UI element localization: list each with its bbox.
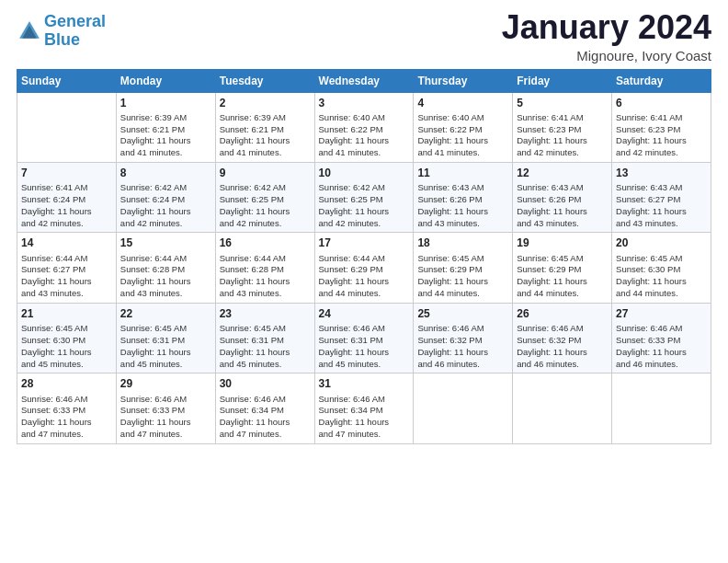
day-number: 16 xyxy=(220,236,311,250)
day-info: Sunrise: 6:41 AM Sunset: 6:24 PM Dayligh… xyxy=(21,182,112,229)
day-info: Sunrise: 6:43 AM Sunset: 6:26 PM Dayligh… xyxy=(517,182,608,229)
calendar-cell: 26Sunrise: 6:46 AM Sunset: 6:32 PM Dayli… xyxy=(513,303,612,373)
day-number: 26 xyxy=(517,306,608,321)
calendar-cell: 28Sunrise: 6:46 AM Sunset: 6:33 PM Dayli… xyxy=(17,373,117,443)
day-number: 13 xyxy=(616,166,707,180)
week-row-3: 14Sunrise: 6:44 AM Sunset: 6:27 PM Dayli… xyxy=(17,233,711,303)
day-number: 28 xyxy=(21,376,112,391)
logo-icon xyxy=(17,18,42,44)
calendar-cell: 17Sunrise: 6:44 AM Sunset: 6:29 PM Dayli… xyxy=(314,233,414,303)
day-number: 19 xyxy=(517,236,608,250)
day-info: Sunrise: 6:45 AM Sunset: 6:29 PM Dayligh… xyxy=(517,253,608,300)
calendar-cell: 13Sunrise: 6:43 AM Sunset: 6:27 PM Dayli… xyxy=(612,163,711,233)
day-info: Sunrise: 6:44 AM Sunset: 6:27 PM Dayligh… xyxy=(21,253,112,300)
calendar-cell: 8Sunrise: 6:42 AM Sunset: 6:24 PM Daylig… xyxy=(116,163,215,233)
day-info: Sunrise: 6:40 AM Sunset: 6:22 PM Dayligh… xyxy=(319,112,410,159)
day-number: 12 xyxy=(517,166,608,180)
day-info: Sunrise: 6:46 AM Sunset: 6:34 PM Dayligh… xyxy=(220,394,311,441)
header: General Blue January 2024 Mignoure, Ivor… xyxy=(17,9,711,63)
page: General Blue January 2024 Mignoure, Ivor… xyxy=(0,0,728,563)
day-number: 1 xyxy=(120,96,211,110)
calendar-cell xyxy=(513,373,612,443)
logo-line1: General xyxy=(44,13,106,31)
calendar-cell xyxy=(612,373,711,443)
calendar-cell: 23Sunrise: 6:45 AM Sunset: 6:31 PM Dayli… xyxy=(215,303,314,373)
calendar-cell xyxy=(414,373,513,443)
col-header-thursday: Thursday xyxy=(414,69,513,92)
calendar-cell: 3Sunrise: 6:40 AM Sunset: 6:22 PM Daylig… xyxy=(314,92,414,162)
calendar-cell: 1Sunrise: 6:39 AM Sunset: 6:21 PM Daylig… xyxy=(116,92,215,162)
calendar-cell: 27Sunrise: 6:46 AM Sunset: 6:33 PM Dayli… xyxy=(612,303,711,373)
calendar-cell: 10Sunrise: 6:42 AM Sunset: 6:25 PM Dayli… xyxy=(314,163,414,233)
day-number: 24 xyxy=(319,306,410,321)
day-info: Sunrise: 6:40 AM Sunset: 6:22 PM Dayligh… xyxy=(417,112,508,159)
week-row-1: 1Sunrise: 6:39 AM Sunset: 6:21 PM Daylig… xyxy=(17,92,711,162)
day-number: 20 xyxy=(616,236,707,250)
day-info: Sunrise: 6:45 AM Sunset: 6:31 PM Dayligh… xyxy=(120,323,211,370)
calendar-cell: 25Sunrise: 6:46 AM Sunset: 6:32 PM Dayli… xyxy=(414,303,513,373)
week-row-2: 7Sunrise: 6:41 AM Sunset: 6:24 PM Daylig… xyxy=(17,163,711,233)
calendar-cell: 31Sunrise: 6:46 AM Sunset: 6:34 PM Dayli… xyxy=(314,373,414,443)
calendar-cell: 14Sunrise: 6:44 AM Sunset: 6:27 PM Dayli… xyxy=(17,233,117,303)
day-number: 5 xyxy=(517,96,608,110)
logo: General Blue xyxy=(17,13,106,50)
calendar-cell xyxy=(17,92,117,162)
day-number: 9 xyxy=(220,166,311,180)
day-info: Sunrise: 6:45 AM Sunset: 6:31 PM Dayligh… xyxy=(220,323,311,370)
day-info: Sunrise: 6:43 AM Sunset: 6:26 PM Dayligh… xyxy=(417,182,508,229)
calendar-cell: 4Sunrise: 6:40 AM Sunset: 6:22 PM Daylig… xyxy=(414,92,513,162)
day-info: Sunrise: 6:43 AM Sunset: 6:27 PM Dayligh… xyxy=(616,182,707,229)
calendar-cell: 24Sunrise: 6:46 AM Sunset: 6:31 PM Dayli… xyxy=(314,303,414,373)
day-number: 10 xyxy=(319,166,410,180)
week-row-4: 21Sunrise: 6:45 AM Sunset: 6:30 PM Dayli… xyxy=(17,303,711,373)
day-number: 15 xyxy=(120,236,211,250)
day-number: 30 xyxy=(220,376,311,391)
day-info: Sunrise: 6:46 AM Sunset: 6:31 PM Dayligh… xyxy=(319,323,410,370)
calendar-cell: 22Sunrise: 6:45 AM Sunset: 6:31 PM Dayli… xyxy=(116,303,215,373)
calendar-cell: 5Sunrise: 6:41 AM Sunset: 6:23 PM Daylig… xyxy=(513,92,612,162)
calendar-cell: 21Sunrise: 6:45 AM Sunset: 6:30 PM Dayli… xyxy=(17,303,117,373)
day-info: Sunrise: 6:45 AM Sunset: 6:29 PM Dayligh… xyxy=(417,253,508,300)
header-row: SundayMondayTuesdayWednesdayThursdayFrid… xyxy=(17,69,711,92)
month-title: January 2024 xyxy=(502,9,711,46)
day-info: Sunrise: 6:45 AM Sunset: 6:30 PM Dayligh… xyxy=(21,323,112,370)
col-header-saturday: Saturday xyxy=(612,69,711,92)
calendar-cell: 9Sunrise: 6:42 AM Sunset: 6:25 PM Daylig… xyxy=(215,163,314,233)
day-info: Sunrise: 6:45 AM Sunset: 6:30 PM Dayligh… xyxy=(616,253,707,300)
day-info: Sunrise: 6:46 AM Sunset: 6:32 PM Dayligh… xyxy=(417,323,508,370)
day-info: Sunrise: 6:46 AM Sunset: 6:33 PM Dayligh… xyxy=(616,323,707,370)
calendar-cell: 6Sunrise: 6:41 AM Sunset: 6:23 PM Daylig… xyxy=(612,92,711,162)
col-header-sunday: Sunday xyxy=(17,69,117,92)
day-number: 22 xyxy=(120,306,211,321)
day-number: 7 xyxy=(21,166,112,180)
day-number: 11 xyxy=(417,166,508,180)
calendar-cell: 19Sunrise: 6:45 AM Sunset: 6:29 PM Dayli… xyxy=(513,233,612,303)
calendar-cell: 11Sunrise: 6:43 AM Sunset: 6:26 PM Dayli… xyxy=(414,163,513,233)
calendar-cell: 16Sunrise: 6:44 AM Sunset: 6:28 PM Dayli… xyxy=(215,233,314,303)
col-header-wednesday: Wednesday xyxy=(314,69,414,92)
day-info: Sunrise: 6:41 AM Sunset: 6:23 PM Dayligh… xyxy=(616,112,707,159)
day-info: Sunrise: 6:42 AM Sunset: 6:24 PM Dayligh… xyxy=(120,182,211,229)
day-info: Sunrise: 6:39 AM Sunset: 6:21 PM Dayligh… xyxy=(220,112,311,159)
day-number: 14 xyxy=(21,236,112,250)
day-info: Sunrise: 6:46 AM Sunset: 6:33 PM Dayligh… xyxy=(21,394,112,441)
col-header-friday: Friday xyxy=(513,69,612,92)
day-number: 31 xyxy=(319,376,410,391)
week-row-5: 28Sunrise: 6:46 AM Sunset: 6:33 PM Dayli… xyxy=(17,373,711,443)
calendar-cell: 30Sunrise: 6:46 AM Sunset: 6:34 PM Dayli… xyxy=(215,373,314,443)
col-header-monday: Monday xyxy=(116,69,215,92)
day-info: Sunrise: 6:46 AM Sunset: 6:34 PM Dayligh… xyxy=(319,394,410,441)
col-header-tuesday: Tuesday xyxy=(215,69,314,92)
logo-line2: Blue xyxy=(44,31,106,50)
day-info: Sunrise: 6:46 AM Sunset: 6:33 PM Dayligh… xyxy=(120,394,211,441)
subtitle: Mignoure, Ivory Coast xyxy=(502,48,711,63)
title-block: January 2024 Mignoure, Ivory Coast xyxy=(502,9,711,63)
day-number: 2 xyxy=(220,96,311,110)
day-info: Sunrise: 6:42 AM Sunset: 6:25 PM Dayligh… xyxy=(319,182,410,229)
day-number: 8 xyxy=(120,166,211,180)
calendar-cell: 7Sunrise: 6:41 AM Sunset: 6:24 PM Daylig… xyxy=(17,163,117,233)
day-info: Sunrise: 6:44 AM Sunset: 6:28 PM Dayligh… xyxy=(220,253,311,300)
day-number: 29 xyxy=(120,376,211,391)
calendar-cell: 2Sunrise: 6:39 AM Sunset: 6:21 PM Daylig… xyxy=(215,92,314,162)
calendar-cell: 15Sunrise: 6:44 AM Sunset: 6:28 PM Dayli… xyxy=(116,233,215,303)
